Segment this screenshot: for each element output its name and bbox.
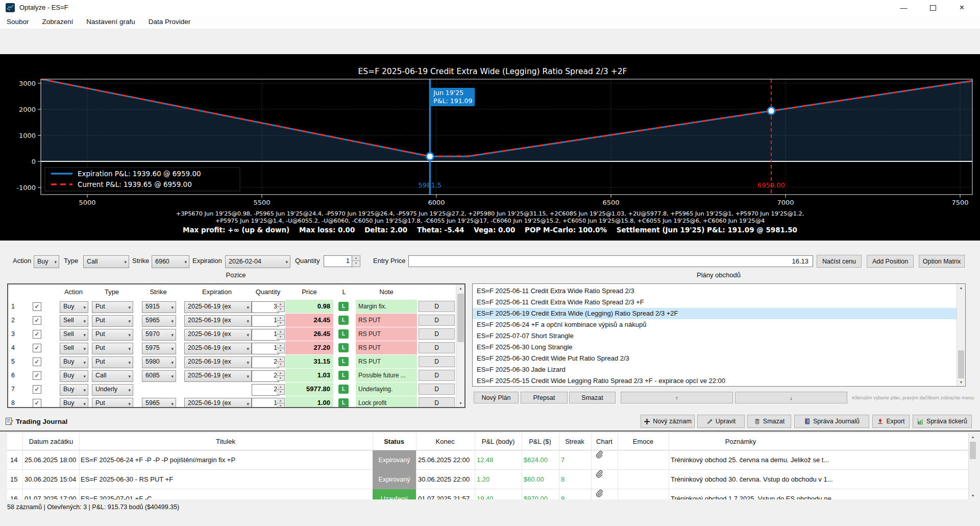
journal-header[interactable]: Datum začátku [15, 433, 87, 450]
row-link-button[interactable]: L [338, 316, 349, 325]
row-detail-button[interactable]: D [419, 328, 455, 340]
row-quantity-stepper[interactable]: ▲▼ [277, 370, 285, 381]
scroll-down-icon[interactable]: ▼ [456, 399, 465, 407]
journal-attachment[interactable] [595, 470, 614, 489]
row-quantity-stepper[interactable]: ▲▼ [277, 315, 285, 326]
row-expiration-dropdown[interactable]: 2025-06-19 (ex▾ [184, 301, 252, 313]
row-quantity-input[interactable]: 3 [252, 301, 279, 313]
journal-header[interactable]: Titulek [190, 433, 261, 450]
expiration-dropdown[interactable]: 2026-02-04▾ [225, 255, 290, 268]
row-type-dropdown[interactable]: Call▾ [92, 370, 133, 382]
pnl-chart[interactable]: 5000550060006500700075003000200010000-10… [0, 54, 980, 241]
overwrite-plan-button[interactable]: Přepsat [521, 392, 568, 403]
row-detail-button[interactable]: D [419, 397, 455, 408]
edit-journal-entry-button[interactable]: Upravit [697, 415, 745, 428]
quantity-input[interactable]: 1 [324, 255, 352, 267]
scroll-up-icon[interactable]: ▲ [456, 284, 465, 292]
row-detail-button[interactable]: D [419, 301, 455, 312]
row-quantity-input[interactable]: 1 [252, 329, 279, 341]
row-detail-button[interactable]: D [419, 370, 455, 381]
row-type-dropdown[interactable]: Underly▾ [92, 384, 133, 396]
plan-item[interactable]: ES=F 2025-05-15 Credit Wide Legging Rati… [473, 375, 961, 387]
position-checkbox[interactable]: ✓ [33, 357, 41, 366]
menu-soubor[interactable]: Soubor [0, 15, 36, 29]
plan-item[interactable]: ES=F 2025-06-11 Credit Extra Wide Ratio … [473, 285, 961, 297]
add-position-button[interactable]: Add Position [867, 255, 914, 268]
position-checkbox[interactable]: ✓ [33, 344, 41, 352]
position-checkbox[interactable]: ✓ [33, 385, 41, 394]
plan-item[interactable]: ES=F 2025-06-30 Jade Lizard [473, 364, 961, 375]
row-quantity-input[interactable]: 2 [252, 356, 279, 368]
row-expiration-dropdown[interactable]: 2025-06-19 (ex▾ [184, 356, 252, 368]
row-type-dropdown[interactable]: Put▾ [92, 343, 133, 354]
type-dropdown[interactable]: Call▾ [83, 255, 129, 268]
row-strike-dropdown[interactable]: 5970▾ [142, 329, 176, 341]
plan-item[interactable]: ES=F 2025-06-11 Credit Extra Wide Ratio … [473, 297, 961, 308]
row-action-dropdown[interactable]: Buy▾ [60, 356, 88, 368]
row-link-button[interactable]: L [338, 302, 349, 311]
journal-scrollbar[interactable]: ▲▼ [968, 433, 977, 499]
row-expiration-dropdown[interactable]: 2025-06-19 (ex▾ [184, 398, 252, 408]
row-strike-dropdown[interactable]: 5965▾ [142, 398, 176, 408]
scrollbar-thumb[interactable] [958, 350, 964, 378]
journal-row[interactable]: 1425.06.2025 18:00ES=F 2025-06-24 +F -P … [7, 450, 969, 470]
plan-item[interactable]: ES=F 2025-06-30 Long Strangle [473, 342, 961, 353]
delete-plan-button[interactable]: Smazat [569, 392, 616, 403]
row-action-dropdown[interactable]: Buy▾ [60, 384, 88, 396]
row-quantity-stepper[interactable]: ▲▼ [277, 329, 285, 340]
row-detail-button[interactable]: D [419, 356, 455, 367]
journal-attachment[interactable] [595, 450, 614, 470]
menu-zobrazeni[interactable]: Zobrazení [36, 15, 80, 29]
row-expiration-dropdown[interactable]: 2025-06-19 (ex▾ [184, 329, 252, 341]
row-quantity-input[interactable]: 1 [252, 398, 279, 408]
row-strike-dropdown[interactable]: 5980▾ [142, 356, 176, 368]
position-checkbox[interactable]: ✓ [33, 316, 41, 325]
row-quantity-stepper[interactable]: ▲▼ [277, 356, 285, 367]
position-checkbox[interactable]: ✓ [33, 399, 41, 408]
row-strike-dropdown[interactable]: 5965▾ [142, 315, 176, 327]
row-link-button[interactable]: L [338, 371, 349, 380]
row-expiration-dropdown[interactable]: 2025-06-19 (ex▾ [184, 343, 252, 354]
entry-price-input[interactable]: 16.13 [408, 255, 813, 267]
manage-journals-button[interactable]: Správa Journalů [794, 415, 869, 428]
plan-item[interactable]: ES=F 2025-06-19 Credit Extra Wide (Leggi… [473, 308, 961, 319]
row-quantity-input[interactable]: 2 [252, 384, 279, 396]
scroll-down-icon[interactable]: ▼ [957, 378, 965, 386]
new-plan-button[interactable]: Nový Plán [474, 392, 519, 403]
row-action-dropdown[interactable]: Buy▾ [60, 398, 88, 408]
row-action-dropdown[interactable]: Buy▾ [60, 301, 88, 313]
row-action-dropdown[interactable]: Sell▾ [60, 315, 88, 327]
delete-journal-entry-button[interactable]: Smazat [747, 415, 791, 428]
new-journal-entry-button[interactable]: Nový záznam [641, 415, 695, 428]
scroll-up-icon[interactable]: ▲ [969, 433, 977, 441]
plan-item[interactable]: ES=F 2025-07-07 Short Strangle [473, 330, 961, 342]
row-quantity-input[interactable]: 2 [252, 370, 279, 382]
row-detail-button[interactable]: D [419, 384, 455, 395]
row-quantity-stepper[interactable]: ▲▼ [277, 343, 285, 353]
manage-tickers-button[interactable]: Správa tickerů [913, 415, 972, 428]
row-strike-dropdown[interactable]: 5915▾ [142, 301, 176, 313]
position-checkbox[interactable]: ✓ [33, 371, 41, 380]
scrollbar-thumb[interactable] [970, 442, 976, 459]
row-type-dropdown[interactable]: Put▾ [92, 329, 133, 341]
row-quantity-input[interactable]: 1 [252, 343, 279, 354]
maximize-button[interactable] [918, 0, 947, 15]
row-quantity-input[interactable]: 1 [252, 315, 279, 327]
minimize-button[interactable]: — [889, 0, 918, 15]
action-dropdown[interactable]: Buy▾ [34, 255, 59, 268]
row-link-button[interactable]: L [338, 398, 349, 408]
journal-header[interactable]: Emoce [607, 433, 679, 450]
row-quantity-stepper[interactable]: ▲▼ [277, 398, 285, 408]
menu-data-provider[interactable]: Data Provider [142, 15, 198, 29]
load-price-button[interactable]: Načíst cenu [817, 255, 862, 268]
journal-header[interactable]: Poznámky [705, 433, 776, 450]
row-type-dropdown[interactable]: Put▾ [92, 356, 133, 368]
scrollbar-thumb[interactable] [457, 294, 464, 342]
option-matrix-button[interactable]: Option Matrix [919, 255, 965, 268]
scroll-up-icon[interactable]: ▲ [957, 284, 965, 292]
row-link-button[interactable]: L [338, 357, 349, 366]
row-type-dropdown[interactable]: Put▾ [92, 315, 133, 327]
row-quantity-stepper[interactable]: ▲▼ [277, 301, 285, 312]
plan-item[interactable]: ES=F 2025-06-30 Credit Wide Put Ratio Sp… [473, 353, 961, 364]
position-checkbox[interactable]: ✓ [33, 302, 41, 311]
